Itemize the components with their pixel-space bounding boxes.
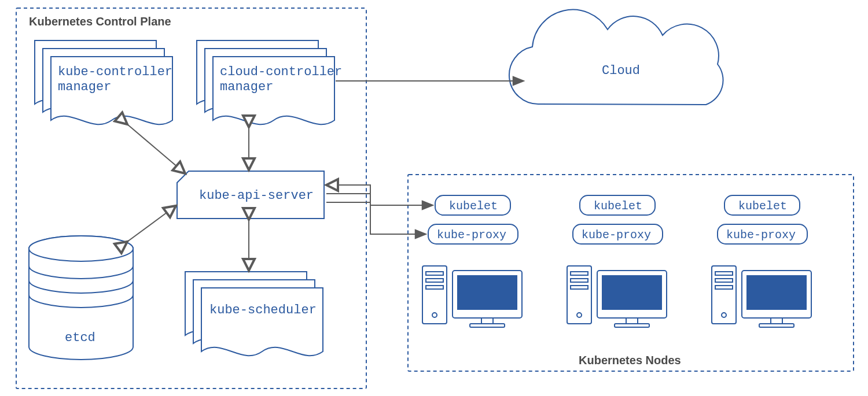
node3-kubeproxy: kube-proxy <box>726 228 796 242</box>
node3-workstation-icon <box>712 266 811 327</box>
nodes-title: Kubernetes Nodes <box>579 354 681 367</box>
kcm-label-2: manager <box>58 80 111 94</box>
nodes-group: Kubernetes Nodes kubelet kube-proxy kube… <box>408 175 854 371</box>
control-plane-group: Kubernetes Control Plane kube-controller… <box>16 8 366 388</box>
ccm-label-2: manager <box>220 80 273 94</box>
node1-kubeproxy: kube-proxy <box>437 228 506 242</box>
node2-kubeproxy: kube-proxy <box>582 228 651 242</box>
api-server-label: kube-api-server <box>199 188 314 203</box>
cloud-icon <box>509 10 723 105</box>
node2-kubelet: kubelet <box>594 199 642 213</box>
svg-point-12 <box>29 236 133 261</box>
node2-workstation-icon <box>567 266 667 327</box>
control-plane-title: Kubernetes Control Plane <box>29 15 171 28</box>
ccm-label-1: cloud-controller <box>220 65 342 79</box>
etcd: etcd <box>29 236 133 360</box>
kcm-label-1: kube-controller <box>58 65 172 79</box>
node3-kubelet: kubelet <box>738 199 787 213</box>
etcd-label: etcd <box>65 331 95 345</box>
cloud-label: Cloud <box>602 64 640 78</box>
kube-api-server: kube-api-server <box>177 171 324 219</box>
node1-workstation-icon <box>422 266 522 327</box>
node1-kubelet: kubelet <box>449 199 498 213</box>
cloud-group: Cloud <box>509 10 723 105</box>
kube-controller-manager: kube-controllermanager <box>35 40 172 124</box>
kube-scheduler: kube-scheduler <box>185 272 323 356</box>
cloud-controller-manager: cloud-controllermanager <box>197 40 342 124</box>
scheduler-label: kube-scheduler <box>209 303 317 317</box>
